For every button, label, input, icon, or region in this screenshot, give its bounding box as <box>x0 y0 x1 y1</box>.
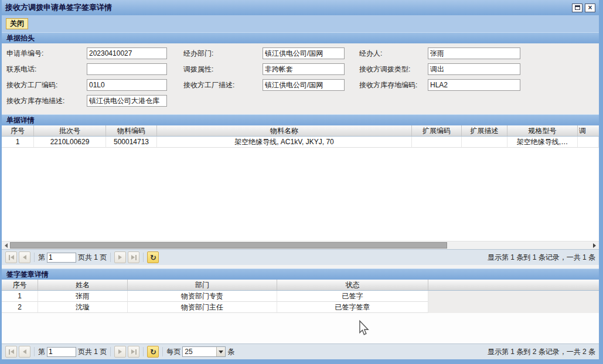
dialog-title: 接收方调拨申请单签字签章详情 <box>5 2 112 13</box>
page-suffix-label: 页共 1 页 <box>78 253 107 263</box>
table-cell <box>462 137 507 148</box>
table-cell <box>412 137 462 148</box>
column-header: 序号 <box>2 280 38 290</box>
column-header: 扩展描述 <box>462 125 507 136</box>
column-header: 扩展编码 <box>412 125 462 136</box>
column-header: 物料名称 <box>157 125 412 136</box>
next-page-button[interactable] <box>114 251 126 263</box>
row-filler <box>428 291 599 302</box>
last-page-icon <box>135 349 137 355</box>
table-cell: 500014713 <box>106 137 157 148</box>
handling-dept-input[interactable] <box>263 47 345 59</box>
section-header-signature: 签字签章详情 <box>2 268 599 280</box>
per-page-select[interactable]: 25 <box>182 346 226 357</box>
last-page-button[interactable] <box>128 251 139 263</box>
first-page-icon <box>9 255 10 260</box>
page-prefix-label: 第 <box>38 253 45 263</box>
section-header-doc-detail: 单据详情 <box>2 114 599 125</box>
column-header: 状态 <box>277 280 428 290</box>
receiver-transfer-type-input[interactable] <box>428 63 520 75</box>
row-filler <box>428 302 599 313</box>
per-page-unit-label: 条 <box>227 347 234 357</box>
table-cell: 物资部门主任 <box>128 302 277 313</box>
pager-separator <box>34 253 35 262</box>
table-cell: 已签字 <box>277 291 428 302</box>
first-page-button[interactable] <box>5 346 17 358</box>
last-page-icon-arrow <box>131 255 135 260</box>
toolbar: 关闭 <box>2 15 599 32</box>
page-prefix-label: 第 <box>38 347 45 357</box>
scroll-left-icon <box>5 243 8 248</box>
section-header-doc-header: 单据抬头 <box>2 32 599 43</box>
column-header-filler <box>428 280 599 290</box>
table-row[interactable]: 1 张雨 物资部门专责 已签字 <box>2 291 599 302</box>
next-page-icon <box>118 349 122 354</box>
prev-page-icon <box>23 349 26 354</box>
prev-page-icon <box>23 255 26 260</box>
application-number-label: 申请单编号: <box>6 47 43 59</box>
refresh-button[interactable]: ↻ <box>147 251 159 263</box>
scroll-right-button[interactable] <box>590 241 598 249</box>
table-cell: 张雨 <box>38 291 128 302</box>
column-header: 姓名 <box>38 280 128 290</box>
table-cell: 1 <box>2 291 38 302</box>
receiver-storage-desc-input[interactable] <box>87 95 167 107</box>
last-page-icon-arrow <box>131 349 135 354</box>
horizontal-scrollbar[interactable] <box>2 241 599 249</box>
next-page-button[interactable] <box>114 346 126 358</box>
restore-window-button[interactable] <box>572 4 582 12</box>
close-button[interactable]: 关闭 <box>6 18 28 29</box>
handler-input[interactable] <box>428 47 520 59</box>
chevron-down-icon <box>219 351 223 353</box>
receiver-storage-code-input[interactable] <box>428 79 520 91</box>
transfer-attribute-input[interactable] <box>263 63 345 75</box>
last-page-button[interactable] <box>128 346 139 358</box>
signature-pager: 第 页共 1 页 ↻ 每页 25 条 显示第 1 条到 2 条记录，一共 2 条 <box>2 343 599 359</box>
application-number-input[interactable] <box>87 47 167 59</box>
prev-page-button[interactable] <box>19 251 30 263</box>
receiver-factory-desc-input[interactable] <box>263 79 345 91</box>
receiver-factory-code-input[interactable] <box>87 79 167 91</box>
pager-separator <box>143 347 144 356</box>
table-cell: 2210L00629 <box>34 137 106 148</box>
refresh-icon: ↻ <box>150 253 156 262</box>
receiver-storage-code-label: 接收方库存地编码: <box>359 79 417 91</box>
per-page-value: 25 <box>183 348 216 356</box>
column-header-truncated: 调 <box>578 125 599 136</box>
table-row[interactable]: 2 沈璇 物资部门主任 已签字签章 <box>2 302 599 313</box>
close-window-button[interactable]: × <box>585 4 595 12</box>
page-number-input[interactable] <box>47 253 76 263</box>
dialog-window: 接收方调拨申请单签字签章详情 × 关闭 单据抬头 申请单编号: 经办部门: 经办… <box>2 0 599 359</box>
column-header: 批次号 <box>34 125 106 136</box>
pager-separator <box>110 347 111 356</box>
scroll-right-icon <box>593 243 596 248</box>
section-title: 单据抬头 <box>6 33 35 43</box>
first-page-button[interactable] <box>5 251 17 263</box>
table-cell: 架空绝缘导线,… <box>507 137 578 148</box>
scroll-left-button[interactable] <box>2 241 10 249</box>
first-page-icon <box>9 349 10 355</box>
scrollbar-thumb[interactable] <box>10 242 447 249</box>
table-cell: 已签字签章 <box>277 302 428 313</box>
contact-phone-label: 联系电话: <box>6 63 36 75</box>
prev-page-button[interactable] <box>19 346 30 358</box>
table-row[interactable]: 1 2210L00629 500014713 架空绝缘导线, AC1kV, JK… <box>2 137 599 148</box>
table-cell: 2 <box>2 302 38 313</box>
signature-table-header: 序号 姓名 部门 状态 <box>2 280 599 291</box>
table-cell <box>578 137 599 148</box>
column-header: 序号 <box>2 125 34 136</box>
column-header: 规格型号 <box>507 125 578 136</box>
page-number-input[interactable] <box>47 347 76 357</box>
contact-phone-input[interactable] <box>87 63 167 75</box>
receiver-factory-desc-label: 接收方工厂描述: <box>183 79 234 91</box>
receiver-factory-code-label: 接收方工厂编码: <box>6 79 57 91</box>
signature-pager-status: 显示第 1 条到 2 条记录，一共 2 条 <box>488 347 595 357</box>
per-page-dropdown-button[interactable] <box>216 347 225 356</box>
detail-pager-status: 显示第 1 条到 1 条记录，一共 1 条 <box>488 253 595 263</box>
pager-separator <box>110 253 111 262</box>
first-page-icon-arrow <box>11 255 14 260</box>
detail-table-empty-area <box>2 148 599 241</box>
column-header: 部门 <box>128 280 277 290</box>
refresh-button[interactable]: ↻ <box>147 346 159 358</box>
pager-separator <box>143 253 144 262</box>
